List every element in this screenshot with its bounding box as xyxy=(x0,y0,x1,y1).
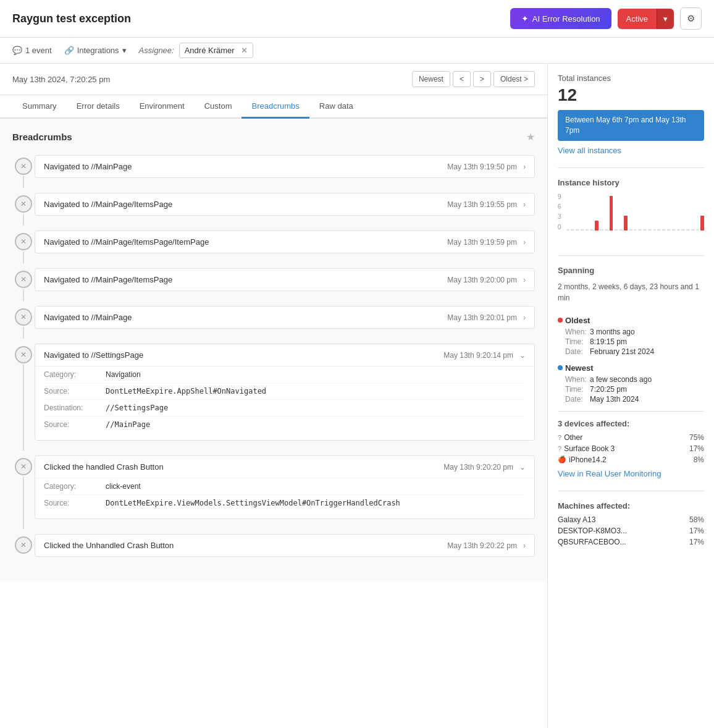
active-dropdown-button[interactable]: ▾ xyxy=(657,9,674,29)
chart-bar-20 xyxy=(662,229,666,231)
chart-bar-26 xyxy=(691,229,695,231)
spanning-value: 2 months, 2 weeks, 6 days, 23 hours and … xyxy=(558,281,704,303)
chart-bar-14 xyxy=(634,229,637,231)
breadcrumb-details-5: Category: Navigation Source: DontLetMeEx… xyxy=(35,366,534,440)
next-button[interactable]: > xyxy=(473,71,491,87)
chevron-right-icon: › xyxy=(523,163,526,171)
chevron-right-icon: › xyxy=(523,541,526,550)
gear-icon: ⚙ xyxy=(687,13,695,23)
newest-when: a few seconds ago xyxy=(590,375,652,384)
chart-bar-0 xyxy=(566,229,570,231)
breadcrumb-details-6: Category: click-event Source: DontLetMeE… xyxy=(35,478,534,518)
active-status-button[interactable]: Active xyxy=(618,9,657,29)
chart-bar-2 xyxy=(576,229,579,231)
devices-label: 3 devices affected: xyxy=(558,419,704,428)
assignee-field[interactable]: André Krämer ✕ xyxy=(179,43,253,58)
breadcrumb-item-5[interactable]: Navigated to //SettingsPage May 13th 9:2… xyxy=(35,344,535,441)
device-icon-0: ? xyxy=(558,434,561,441)
chevron-right-icon: › xyxy=(523,313,526,322)
view-all-instances-link[interactable]: View all instances xyxy=(558,146,621,155)
breadcrumb-icon-7: ✕ xyxy=(15,536,32,554)
assignee-clear-button[interactable]: ✕ xyxy=(241,46,248,55)
chart-bar-15 xyxy=(638,229,642,231)
oldest-button[interactable]: Oldest > xyxy=(494,71,535,87)
newest-label: Newest xyxy=(558,363,704,373)
favorite-button[interactable]: ★ xyxy=(526,131,535,143)
breadcrumb-icon-4: ✕ xyxy=(15,308,32,326)
tab-bar: Summary Error details Environment Custom… xyxy=(0,95,547,119)
instance-history-label: Instance history xyxy=(558,178,704,187)
chevron-right-icon: › xyxy=(523,200,526,209)
breadcrumb-item-7[interactable]: Clicked the Unhandled Crash Button May 1… xyxy=(35,534,535,557)
chart-bar-17 xyxy=(648,229,652,231)
tab-raw-data[interactable]: Raw data xyxy=(309,95,363,119)
chat-icon: 💬 xyxy=(12,46,22,55)
device-icon-2: 🍎 xyxy=(558,455,566,463)
tab-custom[interactable]: Custom xyxy=(195,95,242,119)
total-instances-count: 12 xyxy=(558,85,704,105)
chart-bar-23 xyxy=(677,229,681,231)
ai-star-icon: ✦ xyxy=(521,14,529,23)
page-title: Raygun test exception xyxy=(12,12,131,25)
machines-label: Machines affected: xyxy=(558,501,704,510)
device-row-2: 🍎 iPhone14.2 8% xyxy=(558,455,704,464)
machine-row-2: QBSURFACEBOO... 17% xyxy=(558,538,704,546)
machine-row-1: DESKTOP-K8MO3... 17% xyxy=(558,527,704,535)
chart-bar-19 xyxy=(657,229,661,231)
instances-range-badge: Between May 6th 7pm and May 13th 7pm xyxy=(558,110,704,141)
chart-bar-24 xyxy=(681,229,685,231)
oldest-label: Oldest xyxy=(558,316,704,325)
breadcrumbs-timeline: ✕ Navigated to //MainPage May 13th 9:19:… xyxy=(12,153,535,569)
newest-button[interactable]: Newest xyxy=(412,71,450,87)
newest-dot xyxy=(558,365,563,370)
view-rum-link[interactable]: View in Real User Monitoring xyxy=(558,469,704,478)
breadcrumb-item-3[interactable]: Navigated to //MainPage/ItemsPage May 13… xyxy=(35,268,535,291)
prev-button[interactable]: < xyxy=(453,71,471,87)
assignee-value: André Krämer xyxy=(185,46,235,55)
breadcrumb-icon-3: ✕ xyxy=(15,271,32,288)
breadcrumbs-title: Breadcrumbs xyxy=(12,132,72,142)
chart-bar-12 xyxy=(624,216,628,231)
newest-date: May 13th 2024 xyxy=(590,395,639,404)
chart-bar-18 xyxy=(653,229,657,231)
chart-bar-10 xyxy=(614,229,618,231)
chart-bar-13 xyxy=(629,229,632,231)
chart-bar-3 xyxy=(581,229,584,231)
instance-history-chart: 9 6 3 0 xyxy=(558,193,704,243)
chart-bar-5 xyxy=(590,229,594,231)
breadcrumb-item-0[interactable]: Navigated to //MainPage May 13th 9:19:50… xyxy=(35,155,535,178)
breadcrumb-icon-5: ✕ xyxy=(15,346,32,363)
assignee-label: Assignee: xyxy=(139,46,174,55)
total-instances-label: Total instances xyxy=(558,74,704,83)
oldest-date: February 21st 2024 xyxy=(590,347,654,356)
breadcrumb-icon-1: ✕ xyxy=(15,195,32,213)
chart-bar-27 xyxy=(696,229,700,231)
breadcrumb-icon-0: ✕ xyxy=(15,158,32,175)
breadcrumb-item-1[interactable]: Navigated to //MainPage/ItemsPage May 13… xyxy=(35,193,535,216)
settings-gear-button[interactable]: ⚙ xyxy=(680,7,702,30)
right-sidebar: Total instances 12 Between May 6th 7pm a… xyxy=(547,64,714,728)
chart-bar-6 xyxy=(595,221,598,231)
breadcrumb-item-4[interactable]: Navigated to //MainPage May 13th 9:20:01… xyxy=(35,306,535,329)
chart-bar-16 xyxy=(643,229,647,231)
chart-bar-9 xyxy=(610,196,613,231)
breadcrumb-item-6[interactable]: Clicked the handled Crash Button May 13t… xyxy=(35,455,535,519)
machine-row-0: Galaxy A13 58% xyxy=(558,515,704,524)
chart-bar-7 xyxy=(600,229,603,231)
chart-bar-1 xyxy=(571,229,574,231)
oldest-when: 3 months ago xyxy=(590,328,635,336)
oldest-time: 8:19:15 pm xyxy=(590,337,627,346)
breadcrumb-icon-2: ✕ xyxy=(15,233,32,250)
integrations-button[interactable]: 🔗 Integrations ▾ xyxy=(64,46,127,55)
ai-error-resolution-button[interactable]: ✦ AI Error Resolution xyxy=(510,8,611,29)
breadcrumb-item-2[interactable]: Navigated to //MainPage/ItemsPage/ItemPa… xyxy=(35,231,535,253)
occurrence-date: May 13th 2024, 7:20:25 pm xyxy=(12,75,110,84)
chevron-down-icon: ⌄ xyxy=(519,351,526,360)
tab-error-details[interactable]: Error details xyxy=(67,95,130,119)
breadcrumb-icon-6: ✕ xyxy=(15,458,32,475)
tab-summary[interactable]: Summary xyxy=(12,95,67,119)
tab-breadcrumbs[interactable]: Breadcrumbs xyxy=(242,95,309,119)
tab-environment[interactable]: Environment xyxy=(130,95,195,119)
chart-bar-4 xyxy=(586,229,589,231)
spanning-label: Spanning xyxy=(558,266,704,275)
